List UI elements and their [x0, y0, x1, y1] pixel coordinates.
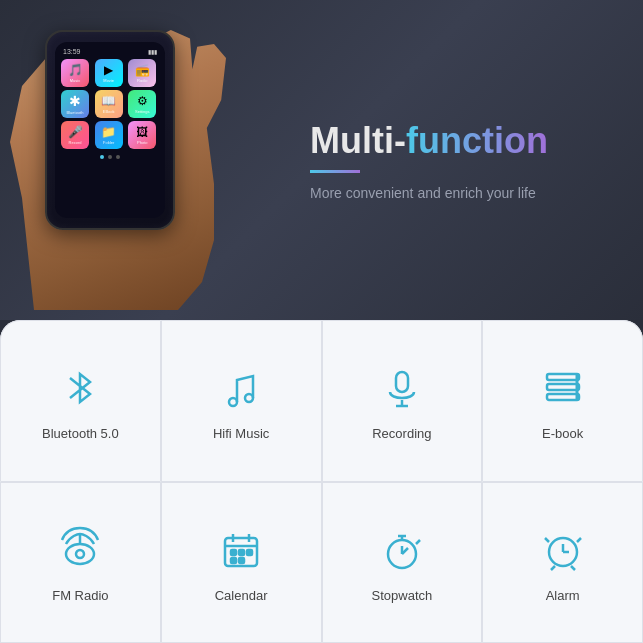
title-underline: [310, 170, 360, 173]
feature-bluetooth[interactable]: Bluetooth 5.0: [0, 320, 161, 482]
feature-recording[interactable]: Recording: [322, 320, 483, 482]
app-music: 🎵 Music: [61, 59, 89, 87]
feature-ebook[interactable]: E-book: [482, 320, 643, 482]
screen-dots: [59, 155, 161, 159]
stopwatch-label: Stopwatch: [372, 588, 433, 603]
svg-rect-6: [547, 384, 579, 390]
bluetooth-label: Bluetooth 5.0: [42, 426, 119, 441]
bluetooth-icon: [52, 360, 108, 416]
stopwatch-icon: [374, 522, 430, 578]
svg-line-26: [416, 540, 420, 544]
alarm-icon: [535, 522, 591, 578]
app-record: 🎤 Record: [61, 121, 89, 149]
svg-point-9: [66, 544, 94, 564]
microphone-icon: [374, 360, 430, 416]
svg-rect-5: [547, 374, 579, 380]
page-title: Multi-function: [310, 119, 548, 162]
hifi-music-label: Hifi Music: [213, 426, 269, 441]
svg-rect-7: [547, 394, 579, 400]
app-radio: 📻 Radio: [128, 59, 156, 87]
app-grid: 🎵 Music ▶ Movie 📻 Radio ✱ Bluetooth: [59, 57, 161, 151]
svg-point-10: [76, 550, 84, 558]
svg-rect-20: [239, 558, 244, 563]
fm-radio-label: FM Radio: [52, 588, 108, 603]
calendar-icon: [213, 522, 269, 578]
svg-rect-18: [247, 550, 252, 555]
svg-line-30: [545, 538, 549, 542]
feature-hifi-music[interactable]: Hifi Music: [161, 320, 322, 482]
app-movie: ▶ Movie: [95, 59, 123, 87]
ebook-icon: [535, 360, 591, 416]
svg-point-1: [245, 394, 253, 402]
music-icon: [213, 360, 269, 416]
svg-rect-19: [231, 558, 236, 563]
app-ebook: 📖 EBook: [95, 90, 123, 118]
ebook-label: E-book: [542, 426, 583, 441]
mp3-device: 13:59 ▮▮▮ 🎵 Music ▶ Movie 📻 Radio: [45, 30, 175, 230]
app-bluetooth: ✱ Bluetooth: [61, 90, 89, 118]
svg-rect-17: [239, 550, 244, 555]
app-folder: 📁 Folder: [95, 121, 123, 149]
subtitle-text: More convenient and enrich your life: [310, 185, 536, 201]
hero-text: Multi-function More convenient and enric…: [280, 99, 643, 221]
svg-line-32: [551, 566, 555, 570]
svg-point-0: [229, 398, 237, 406]
app-photo: 🖼 Photo: [128, 121, 156, 149]
feature-stopwatch[interactable]: Stopwatch: [322, 482, 483, 644]
svg-rect-16: [231, 550, 236, 555]
svg-rect-2: [396, 372, 408, 392]
svg-line-31: [577, 538, 581, 542]
device-hand: 13:59 ▮▮▮ 🎵 Music ▶ Movie 📻 Radio: [0, 10, 280, 310]
svg-line-33: [571, 566, 575, 570]
feature-calendar[interactable]: Calendar: [161, 482, 322, 644]
feature-alarm[interactable]: Alarm: [482, 482, 643, 644]
app-settings: ⚙ Settings: [128, 90, 156, 118]
alarm-label: Alarm: [546, 588, 580, 603]
features-grid: Bluetooth 5.0 Hifi Music Recording: [0, 320, 643, 643]
device-screen: 13:59 ▮▮▮ 🎵 Music ▶ Movie 📻 Radio: [55, 42, 165, 218]
recording-label: Recording: [372, 426, 431, 441]
screen-time: 13:59 ▮▮▮: [59, 46, 161, 57]
top-section: 13:59 ▮▮▮ 🎵 Music ▶ Movie 📻 Radio: [0, 0, 643, 320]
feature-fm-radio[interactable]: FM Radio: [0, 482, 161, 644]
calendar-label: Calendar: [215, 588, 268, 603]
radio-icon: [52, 522, 108, 578]
